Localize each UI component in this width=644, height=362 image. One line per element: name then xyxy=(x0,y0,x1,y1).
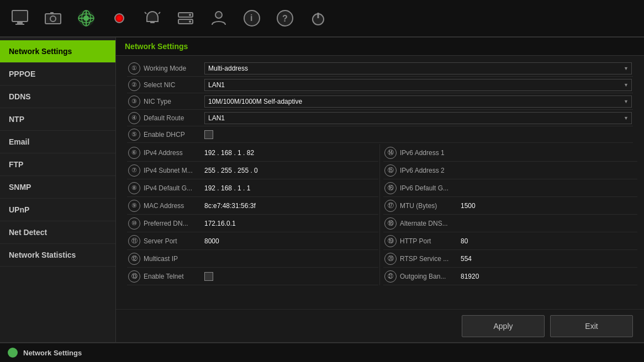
svg-line-17 xyxy=(145,12,146,14)
content-header-link[interactable]: Network Settings xyxy=(125,42,188,51)
info-icon[interactable]: i xyxy=(237,4,266,33)
content-area: Network Settings ① Working Mode Multi-ad… xyxy=(116,38,644,342)
status-text: Network Settings xyxy=(23,349,82,357)
enable-telnet-label: Enable Telnet xyxy=(144,273,204,280)
svg-text:?: ? xyxy=(282,14,288,23)
row-num-5: ⑤ xyxy=(128,129,140,141)
default-route-row: ④ Default Route LAN1 LAN2 xyxy=(127,110,633,126)
top-rows: ① Working Mode Multi-address Net Fault-t… xyxy=(122,59,638,144)
ipv4-subnet-value: 255 . 255 . 255 . 0 xyxy=(204,167,377,174)
content-header: Network Settings xyxy=(116,38,644,56)
row-num-12: ⑫ xyxy=(128,253,140,265)
svg-line-18 xyxy=(159,12,160,14)
select-nic-select-wrapper: LAN1 LAN2 xyxy=(204,79,632,91)
sidebar-item-ntp[interactable]: NTP xyxy=(0,108,115,131)
working-mode-select[interactable]: Multi-address Net Fault-tolerance Load B… xyxy=(204,62,632,74)
ipv4-gateway-value: 192 . 168 . 1 . 1 xyxy=(204,184,377,192)
row-num-11: ⑪ xyxy=(128,235,140,247)
sidebar: Network Settings PPPOE DDNS NTP Email FT… xyxy=(0,38,116,342)
row-num-20: ⑳ xyxy=(384,253,397,265)
left-col: ⑥ IPv4 Address 192 . 168 . 1 . 82 ⑦ IPv4… xyxy=(122,144,380,285)
svg-point-21 xyxy=(189,14,191,16)
sidebar-item-snmp[interactable]: SNMP xyxy=(0,176,115,199)
power-icon[interactable] xyxy=(304,4,332,33)
default-route-select[interactable]: LAN1 LAN2 xyxy=(204,112,632,124)
rtsp-service-label: RTSP Service ... xyxy=(400,255,461,263)
sidebar-item-network-settings[interactable]: Network Settings xyxy=(0,40,115,63)
ipv4-gateway-row: ⑧ IPv4 Default G... 192 . 168 . 1 . 1 xyxy=(127,179,378,197)
enable-telnet-checkbox[interactable] xyxy=(204,272,213,281)
ipv6-address1-row: ⑭ IPv6 Address 1 xyxy=(383,144,637,162)
exit-button[interactable]: Exit xyxy=(550,315,633,337)
svg-rect-0 xyxy=(12,10,28,22)
alarm-icon[interactable] xyxy=(138,4,167,33)
alternate-dns-label: Alternate DNS... xyxy=(400,220,461,227)
ipv4-address-value: 192 . 168 . 1 . 82 xyxy=(204,149,377,157)
server-port-row: ⑪ Server Port 8000 xyxy=(127,232,378,250)
apply-button[interactable]: Apply xyxy=(462,315,545,337)
http-port-value: 80 xyxy=(461,237,636,245)
network-icon[interactable] xyxy=(72,4,101,33)
rtsp-service-value: 554 xyxy=(461,255,636,263)
buttons-area: Apply Exit xyxy=(116,309,644,342)
sidebar-item-upnp[interactable]: UPnP xyxy=(0,199,115,221)
storage-icon[interactable] xyxy=(171,4,200,33)
row-num-8: ⑧ xyxy=(128,182,140,194)
svg-point-7 xyxy=(83,15,89,21)
row-num-18: ⑱ xyxy=(384,217,397,230)
sidebar-item-ftp[interactable]: FTP xyxy=(0,153,115,176)
enable-dhcp-checkbox[interactable] xyxy=(204,130,213,139)
select-nic-label: Select NIC xyxy=(144,81,204,89)
select-nic-select[interactable]: LAN1 LAN2 xyxy=(204,79,632,91)
status-indicator xyxy=(8,348,18,358)
row-num-7: ⑦ xyxy=(128,164,140,177)
nic-type-label: NIC Type xyxy=(144,98,204,105)
row-num-6: ⑥ xyxy=(128,147,140,159)
http-port-row: ⑲ HTTP Port 80 xyxy=(383,232,637,250)
user-icon[interactable] xyxy=(204,4,233,33)
working-mode-label: Working Mode xyxy=(144,65,204,72)
monitor-icon[interactable] xyxy=(6,4,34,33)
outgoing-bandwidth-label: Outgoing Ban... xyxy=(400,273,461,280)
working-mode-row: ① Working Mode Multi-address Net Fault-t… xyxy=(127,60,633,77)
svg-point-22 xyxy=(189,20,191,23)
record-icon[interactable] xyxy=(105,4,134,33)
select-nic-row: ② Select NIC LAN1 LAN2 xyxy=(127,77,633,93)
default-route-label: Default Route xyxy=(144,114,204,122)
toolbar: i ? xyxy=(0,0,644,38)
row-num-1: ① xyxy=(128,62,140,74)
nic-type-select[interactable]: 10M/100M/1000M Self-adaptive 10M Half-du… xyxy=(204,95,632,108)
main-layout: Network Settings PPPOE DDNS NTP Email FT… xyxy=(0,38,644,342)
ipv6-address2-row: ⑮ IPv6 Address 2 xyxy=(383,162,637,179)
camera-icon[interactable] xyxy=(39,4,67,33)
sidebar-item-net-detect[interactable]: Net Detect xyxy=(0,221,115,244)
svg-rect-16 xyxy=(150,22,155,23)
server-port-label: Server Port xyxy=(144,237,204,245)
nic-type-select-wrapper: 10M/100M/1000M Self-adaptive 10M Half-du… xyxy=(204,95,632,108)
row-num-15: ⑮ xyxy=(384,164,397,177)
http-port-label: HTTP Port xyxy=(400,237,461,245)
ipv6-gateway-label: IPv6 Default G... xyxy=(400,184,461,192)
mac-address-row: ⑨ MAC Address 8c:e7:48:31:56:3f xyxy=(127,197,378,215)
sidebar-item-ddns[interactable]: DDNS xyxy=(0,86,115,108)
nic-type-row: ③ NIC Type 10M/100M/1000M Self-adaptive … xyxy=(127,93,633,110)
svg-rect-5 xyxy=(50,12,54,14)
ipv6-address2-label: IPv6 Address 2 xyxy=(400,167,461,174)
help-icon[interactable]: ? xyxy=(271,4,299,33)
ipv4-gateway-label: IPv4 Default G... xyxy=(144,184,204,192)
enable-dhcp-row: ⑤ Enable DHCP xyxy=(127,126,633,143)
svg-point-23 xyxy=(215,12,222,18)
ipv4-subnet-row: ⑦ IPv4 Subnet M... 255 . 255 . 255 . 0 xyxy=(127,162,378,179)
status-bar: Network Settings xyxy=(0,342,644,362)
working-mode-select-wrapper: Multi-address Net Fault-tolerance Load B… xyxy=(204,62,632,74)
sidebar-item-email[interactable]: Email xyxy=(0,131,115,153)
preferred-dns-label: Preferred DN... xyxy=(144,220,204,227)
row-num-17: ⑰ xyxy=(384,200,397,212)
multicast-ip-label: Multicast IP xyxy=(144,255,204,263)
svg-point-15 xyxy=(117,16,122,20)
sidebar-item-network-statistics[interactable]: Network Statistics xyxy=(0,244,115,267)
enable-telnet-row: ⑬ Enable Telnet xyxy=(127,268,378,285)
ipv4-address-row: ⑥ IPv4 Address 192 . 168 . 1 . 82 xyxy=(127,144,378,162)
row-num-3: ③ xyxy=(128,95,140,108)
sidebar-item-pppoe[interactable]: PPPOE xyxy=(0,63,115,86)
